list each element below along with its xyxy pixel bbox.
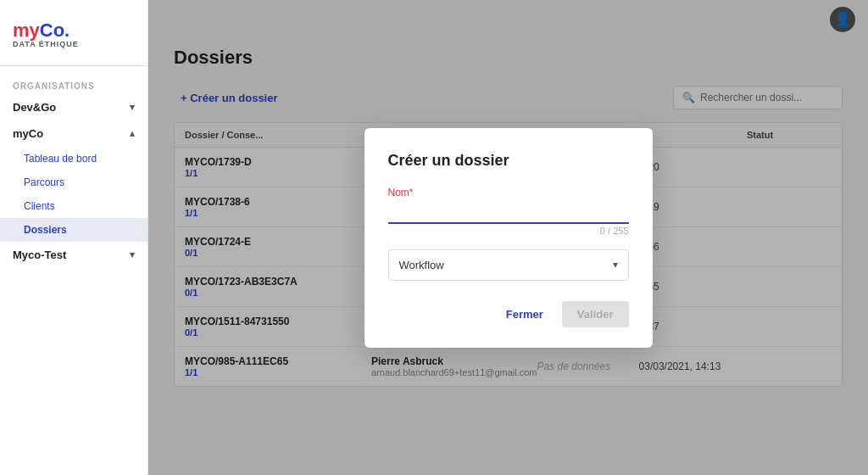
sidebar-item-dossiers[interactable]: Dossiers [0, 218, 147, 242]
workflow-select[interactable]: Workflow ▾ [388, 249, 629, 281]
logo: myCo. DATA ÉTHIQUE [0, 8, 147, 66]
sidebar-item-parcours[interactable]: Parcours [0, 170, 147, 194]
org-devgo-label: Dev&Go [13, 101, 56, 114]
org-myco[interactable]: myCo ▴ [0, 120, 147, 147]
org-section-label: ORGANISATIONS [0, 75, 147, 94]
fermer-button[interactable]: Fermer [498, 303, 552, 326]
nom-input[interactable] [388, 202, 629, 224]
chevron-down-icon-test: ▾ [130, 249, 135, 260]
sidebar: myCo. DATA ÉTHIQUE ORGANISATIONS Dev&Go … [0, 0, 148, 475]
logo-sub: DATA ÉTHIQUE [13, 40, 135, 48]
workflow-value: Workflow [399, 259, 444, 271]
org-devgo[interactable]: Dev&Go ▾ [0, 94, 147, 120]
valider-button[interactable]: Valider [562, 301, 629, 327]
myco-submenu: Tableau de bord Parcours Clients Dossier… [0, 147, 147, 242]
sidebar-item-clients[interactable]: Clients [0, 194, 147, 218]
sidebar-item-tableau[interactable]: Tableau de bord [0, 147, 147, 170]
chevron-up-icon: ▴ [130, 128, 135, 139]
modal-actions: Fermer Valider [388, 301, 629, 327]
org-myco-label: myCo [13, 127, 43, 140]
create-dossier-modal: Créer un dossier Nom* 0 / 255 Workflow ▾… [364, 128, 653, 348]
chevron-down-icon: ▾ [613, 259, 618, 271]
nom-label: Nom* [388, 187, 629, 198]
char-count: 0 / 255 [388, 226, 629, 236]
main-content: 👤 Dossiers + Créer un dossier 🔍 Dossier … [148, 0, 868, 475]
modal-title: Créer un dossier [388, 152, 629, 170]
org-myco-test-label: Myco-Test [13, 249, 66, 261]
modal-overlay: Créer un dossier Nom* 0 / 255 Workflow ▾… [148, 0, 868, 475]
logo-text: myCo. [13, 21, 135, 40]
chevron-down-icon: ▾ [130, 102, 135, 113]
org-myco-test[interactable]: Myco-Test ▾ [0, 242, 147, 268]
